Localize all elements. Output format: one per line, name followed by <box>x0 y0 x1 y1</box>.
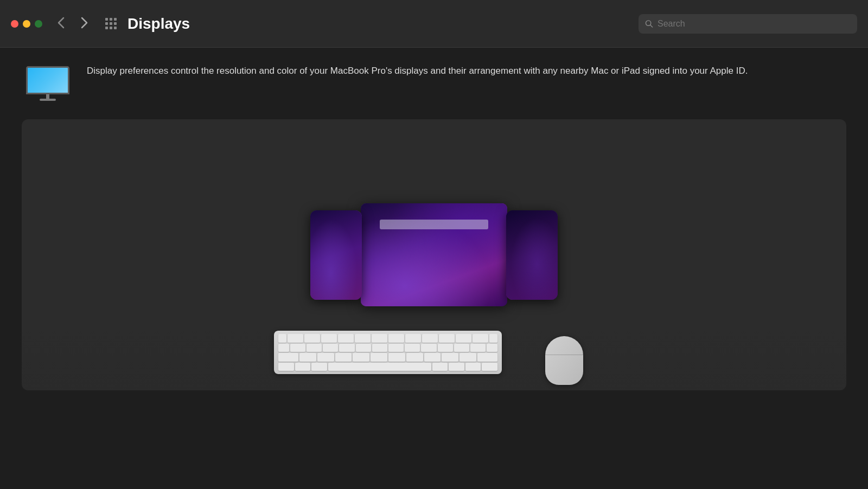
maximize-button[interactable] <box>35 20 42 28</box>
back-button[interactable] <box>53 15 69 33</box>
intro-description: Display preferences control the resoluti… <box>87 61 748 78</box>
display-right[interactable] <box>506 210 558 300</box>
search-input[interactable] <box>658 19 851 29</box>
nav-buttons <box>53 15 92 33</box>
grid-icon <box>105 18 117 29</box>
page-title: Displays <box>127 15 639 33</box>
keyboard-body <box>274 331 502 374</box>
forward-button[interactable] <box>76 15 92 33</box>
monitor-icon <box>26 66 69 99</box>
displays-panel[interactable] <box>22 119 846 390</box>
search-icon <box>645 20 653 28</box>
svg-line-1 <box>650 25 653 27</box>
main-content: Display preferences control the resoluti… <box>0 48 868 403</box>
display-arrangement <box>310 203 558 306</box>
keyboard-icon <box>274 331 502 385</box>
titlebar: Displays <box>0 0 868 48</box>
search-bar[interactable] <box>639 14 857 34</box>
back-icon <box>58 17 65 29</box>
display-icon-container <box>22 61 74 104</box>
forward-icon <box>80 17 88 29</box>
mouse-body <box>545 336 583 385</box>
close-button[interactable] <box>11 20 18 28</box>
minimize-button[interactable] <box>23 20 30 28</box>
mouse-icon <box>545 336 594 385</box>
window-controls <box>11 20 42 28</box>
display-left[interactable] <box>310 210 362 300</box>
bottom-section <box>22 325 846 390</box>
grid-menu-button[interactable] <box>103 16 119 31</box>
intro-section: Display preferences control the resoluti… <box>22 61 846 104</box>
display-center[interactable] <box>361 203 507 306</box>
